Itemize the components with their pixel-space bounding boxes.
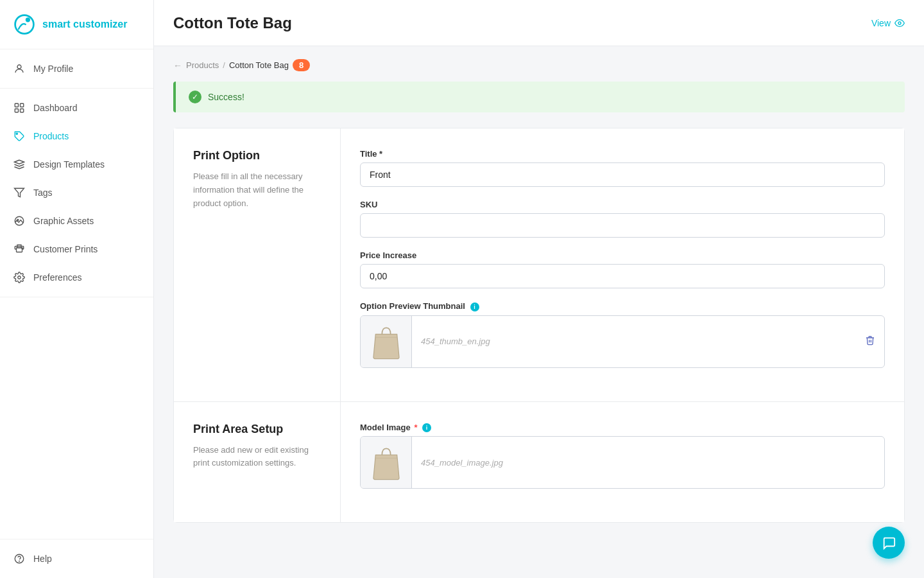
sidebar-item-products[interactable]: Products [0,122,153,150]
main-content: Cotton Tote Bag View ← Products / Cotton… [154,0,924,578]
sidebar-item-label: Design Templates [33,159,105,170]
sections-wrapper: Print Option Please fill in all the nece… [173,128,905,523]
dashboard-icon [13,101,26,114]
logo-area: smart customizer [0,0,153,49]
sidebar-item-my-profile[interactable]: My Profile [0,55,153,83]
design-icon [13,158,26,171]
print-area-title: Print Area Setup [193,423,321,436]
svg-point-1 [26,17,30,22]
svg-rect-3 [15,103,18,107]
svg-point-16 [19,561,20,561]
sidebar-profile-section: My Profile [0,49,153,89]
sku-field-group: SKU [360,200,885,238]
content-area: ← Products / Cotton Tote Bag 8 ✓ Success… [154,46,924,578]
back-arrow[interactable]: ← [173,60,182,71]
user-icon [13,62,26,75]
sidebar-nav-section: Dashboard Products Design Templates Tags… [0,89,153,297]
success-text: Success! [208,92,244,102]
print-option-section: Print Option Please fill in all the nece… [174,128,904,401]
print-option-description: Please fill in all the necessary informa… [193,170,321,210]
view-label: View [871,18,891,28]
sidebar-item-label: My Profile [33,64,73,74]
thumbnail-info-icon[interactable]: i [470,302,479,311]
help-icon [13,552,26,565]
sidebar-item-label: Dashboard [33,103,78,113]
thumbnail-label: Option Preview Thumbnail i [360,301,885,311]
sku-label: SKU [360,200,885,209]
view-link[interactable]: View [871,18,905,28]
logo-icon [13,13,36,36]
sidebar-item-design-templates[interactable]: Design Templates [0,150,153,179]
breadcrumb: ← Products / Cotton Tote Bag 8 [173,46,905,82]
svg-rect-6 [21,109,24,112]
filter-icon [13,186,26,199]
eye-icon [894,18,905,28]
svg-marker-8 [15,188,24,197]
tag-icon [13,130,26,143]
tote-bag-image [370,322,402,361]
sidebar-item-label: Products [33,131,69,141]
logo-text: smart customizer [42,19,128,30]
sidebar-item-label: Help [33,554,52,564]
model-image-field-group: Model Image * i [360,423,885,489]
thumbnail-area: 454_thumb_en.jpg [360,315,885,368]
model-image-filename: 454_model_image.jpg [412,458,884,468]
sidebar-item-dashboard[interactable]: Dashboard [0,94,153,122]
print-option-title: Print Option [193,149,321,162]
print-option-right: Title * SKU Price Increase [341,128,904,401]
price-increase-input[interactable] [360,264,885,288]
title-input[interactable] [360,162,885,187]
price-increase-field-group: Price Increase [360,250,885,288]
top-header: Cotton Tote Bag View [154,0,924,46]
sidebar-item-label: Preferences [33,272,81,283]
breadcrumb-products[interactable]: Products [186,60,219,70]
sidebar-item-help[interactable]: Help [0,545,153,573]
model-image-label: Model Image * i [360,423,885,433]
svg-point-13 [22,248,23,249]
required-asterisk: * [414,423,417,432]
title-field-group: Title * [360,149,885,187]
svg-rect-5 [15,109,18,112]
thumbnail-field-group: Option Preview Thumbnail i [360,301,885,368]
success-icon: ✓ [189,91,201,103]
svg-point-14 [18,276,21,279]
sidebar-item-graphic-assets[interactable]: Graphic Assets [0,207,153,235]
chat-icon [882,536,896,550]
sidebar-bottom-section: Help [0,539,153,578]
title-label: Title * [360,149,885,159]
sidebar-item-tags[interactable]: Tags [0,179,153,207]
print-area-section: Print Area Setup Please add new or edit … [174,402,904,523]
delete-thumbnail-button[interactable] [856,335,884,348]
print-area-description: Please add new or edit existing print cu… [193,444,321,471]
sidebar-item-preferences[interactable]: Preferences [0,263,153,292]
model-tote-bag-image [370,443,402,482]
gear-icon [13,271,26,284]
svg-point-2 [17,65,21,69]
breadcrumb-separator: / [223,60,225,70]
sku-input[interactable] [360,213,885,238]
model-image-area: 454_model_image.jpg [360,436,885,489]
print-option-left: Print Option Please fill in all the nece… [174,128,341,401]
thumbnail-preview [361,316,412,367]
svg-point-7 [16,133,17,134]
print-area-left: Print Area Setup Please add new or edit … [174,402,341,523]
model-image-preview [361,437,412,488]
svg-rect-4 [21,103,24,107]
sidebar: smart customizer My Profile Dashboard Pr… [0,0,154,578]
sidebar-item-label: Customer Prints [33,244,98,254]
sidebar-item-customer-prints[interactable]: Customer Prints [0,235,153,263]
breadcrumb-badge: 8 [293,59,310,71]
thumbnail-filename: 454_thumb_en.jpg [412,337,856,346]
prints-icon [13,243,26,256]
success-banner: ✓ Success! [173,82,905,112]
graphic-icon [13,215,26,227]
price-increase-label: Price Increase [360,250,885,260]
svg-point-17 [898,22,901,24]
model-image-info-icon[interactable]: i [422,423,431,432]
print-area-right: Model Image * i [341,402,904,523]
chat-button[interactable] [873,527,905,559]
breadcrumb-current: Cotton Tote Bag [229,60,289,70]
sidebar-item-label: Graphic Assets [33,216,94,226]
sidebar-item-label: Tags [33,188,53,198]
page-title: Cotton Tote Bag [173,14,292,32]
